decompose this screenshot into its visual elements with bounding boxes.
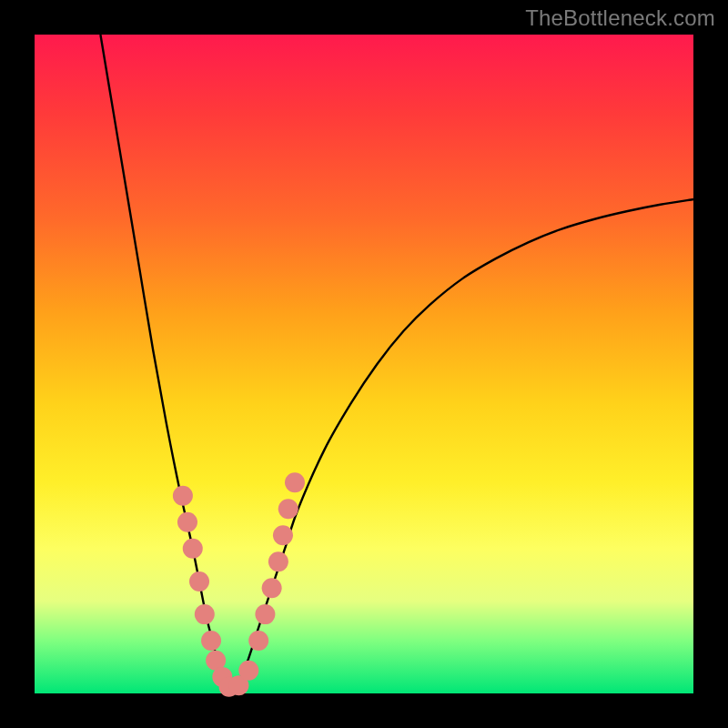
- curve-left-branch: [100, 35, 232, 693]
- marker-point: [189, 571, 209, 592]
- chart-frame: TheBottleneck.com: [0, 0, 728, 728]
- curve-group: [100, 35, 693, 693]
- marker-point: [273, 525, 293, 545]
- marker-point: [238, 661, 258, 681]
- marker-point: [248, 631, 268, 651]
- curve-right-branch: [232, 199, 693, 693]
- marker-point: [262, 578, 282, 598]
- marker-point: [201, 631, 221, 651]
- marker-point: [183, 539, 203, 559]
- watermark-text: TheBottleneck.com: [525, 5, 715, 31]
- marker-group: [173, 472, 305, 696]
- marker-point: [278, 499, 298, 519]
- marker-point: [255, 604, 275, 624]
- marker-point: [285, 472, 305, 492]
- marker-point: [177, 512, 197, 532]
- marker-point: [195, 604, 215, 624]
- marker-point: [173, 486, 193, 506]
- chart-svg: [35, 35, 693, 693]
- marker-point: [268, 551, 288, 571]
